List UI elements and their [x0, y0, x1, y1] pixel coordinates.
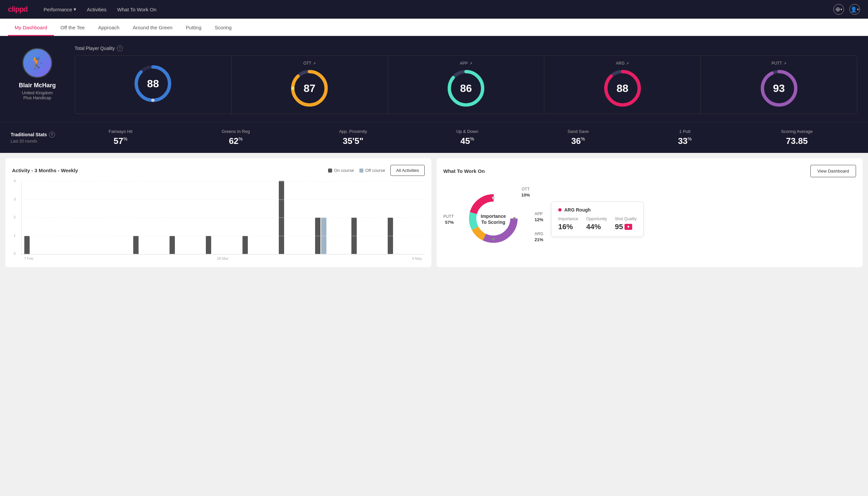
donut-area: PUTT 57%: [443, 183, 856, 256]
app-circle: 86: [446, 68, 486, 108]
score-cards: 88 OTT ↗ 87: [75, 55, 857, 114]
metric-opportunity: Opportunity 44%: [586, 217, 607, 231]
grid-line-2: 2: [22, 218, 425, 218]
bottom-panels: Activity - 3 Months - Weekly On course O…: [0, 153, 868, 273]
tabs-bar: My Dashboard Off the Tee Approach Around…: [0, 19, 868, 36]
grid-line-3: 3: [22, 200, 425, 200]
score-arg: ARG ↗ 88: [544, 56, 701, 113]
on-course-dot: [328, 169, 332, 173]
total-value: 88: [147, 78, 159, 90]
arg-value: 88: [617, 82, 629, 95]
grid-line-1: 1: [22, 236, 425, 236]
what-to-work-on-panel: What To Work On View Dashboard PUTT 57%: [437, 158, 863, 267]
tab-scoring[interactable]: Scoring: [208, 19, 238, 36]
score-ott: OTT ↗ 87: [232, 56, 388, 113]
activity-title: Activity - 3 Months - Weekly: [12, 168, 78, 173]
arg-circle: 88: [602, 68, 643, 108]
donut-label-arg: ARG 21%: [535, 231, 543, 243]
nav-what-to-work-on[interactable]: What To Work On: [117, 5, 157, 14]
svg-point-19: [492, 197, 495, 199]
nav-performance[interactable]: Performance ▾: [44, 5, 76, 14]
stat-app-proximity: App. Proximity 35'5": [339, 129, 367, 146]
putt-value: 93: [773, 82, 785, 95]
score-total: 88: [75, 56, 232, 113]
legend-on-course: On course: [328, 168, 354, 173]
donut-label-app: APP 12%: [535, 211, 543, 222]
donut-label-putt: PUTT 57%: [443, 213, 454, 225]
stats-items: Fairways Hit 57% Greens In Reg 62% App. …: [64, 129, 857, 146]
stat-fairways-hit: Fairways Hit 57%: [109, 129, 132, 146]
player-name: Blair McHarg: [19, 82, 56, 89]
ott-value: 87: [303, 82, 315, 95]
wtwon-header: What To Work On View Dashboard: [443, 165, 856, 177]
tpq-help-icon[interactable]: ?: [117, 45, 123, 51]
score-putt: PUTT ↗ 93: [701, 56, 857, 113]
player-handicap: Plus Handicap: [23, 95, 51, 100]
hero-section: 🏌️ Blair McHarg United Kingdom Plus Hand…: [0, 36, 868, 122]
view-dashboard-button[interactable]: View Dashboard: [810, 165, 856, 177]
svg-point-21: [492, 238, 495, 241]
nav-right: ⊕ ▾ 👤 ▾: [833, 4, 860, 15]
wtwon-title: What To Work On: [443, 168, 485, 174]
shot-quality-badge: ▼: [625, 224, 632, 230]
svg-point-20: [513, 217, 516, 220]
scores-area: Total Player Quality ? 88 OTT: [75, 45, 857, 114]
tab-around-the-green[interactable]: Around the Green: [126, 19, 179, 36]
ott-circle: 87: [289, 68, 329, 108]
total-circle: 88: [133, 64, 173, 104]
activity-panel: Activity - 3 Months - Weekly On course O…: [5, 158, 431, 267]
putt-circle: 93: [759, 68, 799, 108]
info-card-metrics: Importance 16% Opportunity 44% Shot Qual…: [558, 217, 636, 231]
user-button[interactable]: 👤 ▾: [849, 4, 860, 15]
stat-greens-in-reg: Greens In Reg 62%: [222, 129, 250, 146]
legend-off-course: Off course: [359, 168, 385, 173]
metric-shot-quality: Shot Quality 95 ▼: [615, 217, 636, 231]
tpq-label: Total Player Quality ?: [75, 45, 857, 51]
add-button[interactable]: ⊕ ▾: [833, 4, 844, 15]
stat-sublabel: Last 20 rounds: [11, 139, 64, 143]
stats-bar: Traditional Stats ? Last 20 rounds Fairw…: [0, 122, 868, 153]
bar-chart-area: 4 3 2 1 0: [21, 181, 425, 254]
svg-point-8: [448, 87, 451, 90]
off-course-dot: [359, 169, 363, 173]
info-card-title: ARG Rough: [558, 207, 636, 213]
top-nav: clippd Performance ▾ Activities What To …: [0, 0, 868, 19]
grid-line-4: 4: [22, 181, 425, 182]
stat-label-group: Traditional Stats ? Last 20 rounds: [11, 131, 64, 143]
stat-one-putt: 1 Putt 33%: [678, 129, 692, 146]
donut-center-text: Importance To Scoring: [480, 213, 506, 225]
stats-help-icon[interactable]: ?: [49, 131, 55, 138]
score-app: APP ↗ 86: [388, 56, 545, 113]
app-value: 86: [460, 82, 472, 95]
donut-label-ott: OTT 10%: [521, 186, 530, 198]
nav-activities[interactable]: Activities: [87, 5, 107, 14]
stat-sand-save: Sand Save 36%: [568, 129, 589, 146]
x-axis-labels: 7 Feb 28 Mar 9 May: [21, 254, 425, 261]
info-card: ARG Rough Importance 16% Opportunity 44%…: [551, 202, 644, 237]
bar-chart-grid: 4 3 2 1 0: [22, 181, 425, 254]
avatar: 🏌️: [22, 48, 52, 78]
stat-scoring-avg: Scoring Average 73.85: [781, 129, 813, 146]
tab-off-the-tee[interactable]: Off the Tee: [54, 19, 92, 36]
grid-line-0: 0: [22, 254, 425, 254]
chart-legend: On course Off course: [328, 168, 385, 173]
activity-panel-header: Activity - 3 Months - Weekly On course O…: [12, 165, 425, 176]
player-info: 🏌️ Blair McHarg United Kingdom Plus Hand…: [11, 45, 64, 100]
all-activities-button[interactable]: All Activities: [390, 165, 425, 176]
tab-approach[interactable]: Approach: [91, 19, 126, 36]
stat-up-down: Up & Down 45%: [456, 129, 478, 146]
info-card-dot: [558, 208, 562, 212]
logo: clippd: [8, 5, 28, 14]
player-country: United Kingdom: [22, 90, 53, 95]
tab-putting[interactable]: Putting: [179, 19, 208, 36]
metric-importance: Importance 16%: [558, 217, 578, 231]
tab-my-dashboard[interactable]: My Dashboard: [8, 19, 54, 36]
